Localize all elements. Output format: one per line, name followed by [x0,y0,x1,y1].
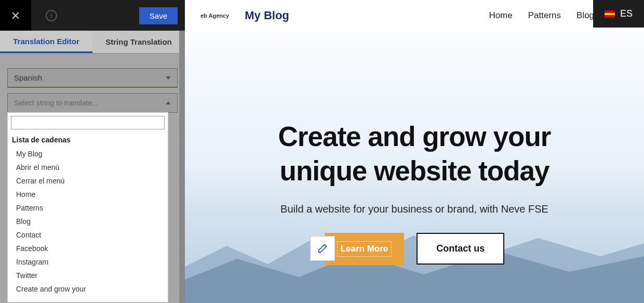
hero-title[interactable]: Create and grow your unique website toda… [185,120,644,189]
list-item[interactable]: Instagram [8,255,168,269]
string-select[interactable]: Select string to translate... [7,93,178,113]
dropdown-search-input[interactable] [11,116,165,129]
hero-subtitle[interactable]: Build a website for your business or bra… [185,203,644,215]
list-item[interactable]: Blog [8,215,168,228]
nav-link[interactable]: Patterns [528,10,561,21]
hero-cta-row: Learn More Contact us [185,233,644,265]
editor-tabs: Translation Editor String Translation [0,31,185,54]
list-item[interactable]: Create and grow your [8,282,168,296]
translation-editor-panel: i Save Translation Editor String Transla… [0,0,185,303]
language-switcher[interactable]: ES [593,0,644,28]
tab-string-translation[interactable]: String Translation [92,31,185,53]
editor-body: Spanish Select string to translate... [0,54,185,120]
agency-label: eb Agency [200,12,229,19]
close-button[interactable] [0,0,31,31]
list-item[interactable]: Home [8,188,168,201]
edit-string-button[interactable] [310,236,335,261]
chevron-down-icon [166,76,171,80]
list-item[interactable]: Patterns [8,201,168,215]
tab-translation-editor[interactable]: Translation Editor [0,31,92,53]
language-select[interactable]: Spanish [7,68,178,88]
flag-es-icon [605,10,615,18]
info-icon[interactable]: i [46,10,57,21]
pencil-icon [317,243,328,254]
editor-toolbar: i Save [0,0,185,31]
string-select-placeholder: Select string to translate... [14,99,98,107]
dropdown-list-header: Lista de cadenas [8,133,168,147]
site-preview: eb Agency My Blog HomePatternsBlogCont C… [185,0,644,303]
hero-title-line2: unique website today [280,155,549,186]
string-dropdown: Lista de cadenas My BlogAbrir el menúCer… [7,112,168,302]
nav-link[interactable]: Blog [576,10,594,21]
cta-primary-label: Learn More [337,241,392,257]
list-item[interactable]: Abrir el menú [8,161,168,174]
list-item[interactable]: Contact [8,228,168,242]
cta-primary[interactable]: Learn More [325,233,405,265]
language-code: ES [620,8,633,19]
cta-secondary[interactable]: Contact us [417,233,504,265]
hero-title-line1: Create and grow your [278,121,551,152]
hero-section: Create and grow your unique website toda… [185,31,644,265]
site-title[interactable]: My Blog [245,9,289,22]
site-header: eb Agency My Blog HomePatternsBlogCont [185,0,644,31]
list-item[interactable]: Twitter [8,269,168,282]
list-item[interactable]: Facebook [8,242,168,255]
chevron-up-icon [166,101,171,104]
language-select-value: Spanish [14,73,42,82]
save-button[interactable]: Save [139,7,178,24]
list-item[interactable]: Cerrar el menú [8,174,168,188]
close-icon [10,10,21,21]
dropdown-list[interactable]: Lista de cadenas My BlogAbrir el menúCer… [8,133,168,302]
nav-link[interactable]: Home [489,10,512,21]
panel-resize-handle[interactable] [179,31,185,303]
dropdown-search-wrap [8,113,168,133]
list-item[interactable]: My Blog [8,147,168,161]
